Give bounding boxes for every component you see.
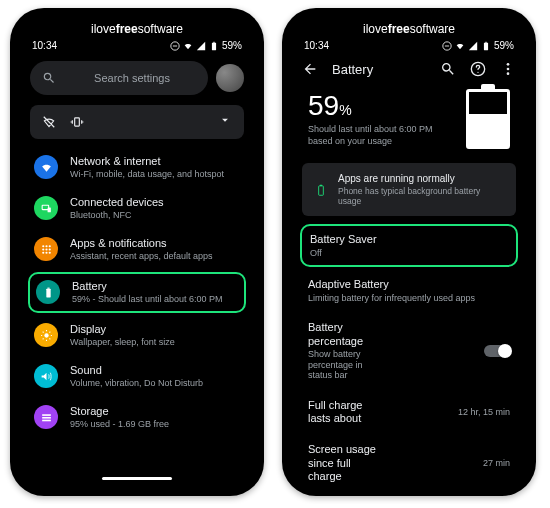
svg-point-7 <box>42 245 44 247</box>
page-title: Battery <box>332 62 373 77</box>
toggle-battery-percentage[interactable] <box>484 345 510 357</box>
more-icon[interactable] <box>500 61 516 77</box>
chevron-down-icon <box>218 113 232 127</box>
item-network[interactable]: Network & internet Wi-Fi, mobile, data u… <box>20 147 254 188</box>
battery-percent: 59% <box>308 90 454 122</box>
row-battery-percentage[interactable]: Battery percentage Show battery percenta… <box>292 312 526 390</box>
item-display[interactable]: Display Wallpaper, sleep, font size <box>20 315 254 356</box>
search-placeholder: Search settings <box>68 72 196 84</box>
sound-icon <box>40 370 53 383</box>
svg-rect-3 <box>213 41 215 42</box>
battery-icon <box>481 41 491 51</box>
help-icon[interactable] <box>470 61 486 77</box>
devices-icon <box>40 202 53 215</box>
settings-screen: ilovefreesoftware 10:34 59% Search setti… <box>20 18 254 486</box>
svg-rect-30 <box>319 186 324 195</box>
app-bar: Battery <box>292 55 526 81</box>
home-indicator[interactable] <box>102 477 172 480</box>
battery-graphic <box>466 89 510 149</box>
dnd-icon <box>170 41 180 51</box>
status-time: 10:34 <box>32 40 57 51</box>
wifi-icon <box>40 161 53 174</box>
battery-estimate: Should last until about 6:00 PM based on… <box>308 124 438 147</box>
search-icon <box>42 71 56 85</box>
item-battery[interactable]: Battery 59% - Should last until about 6:… <box>28 272 246 313</box>
row-battery-saver[interactable]: Battery Saver Off <box>300 224 518 267</box>
battery-icon <box>209 41 219 51</box>
status-time: 10:34 <box>304 40 329 51</box>
wifi-icon <box>455 41 465 51</box>
battery-hero: 59% Should last until about 6:00 PM base… <box>292 81 526 163</box>
search-input[interactable]: Search settings <box>30 61 208 95</box>
battery-icon <box>42 286 55 299</box>
status-battery: 59% <box>494 40 514 51</box>
svg-point-11 <box>45 248 47 250</box>
svg-rect-21 <box>42 420 51 422</box>
svg-point-27 <box>507 63 510 66</box>
svg-rect-19 <box>42 414 51 416</box>
svg-rect-25 <box>485 41 487 42</box>
row-screen-usage[interactable]: Screen usage since full charge 27 min <box>292 434 526 486</box>
svg-point-10 <box>42 248 44 250</box>
status-right: 59% <box>442 40 514 51</box>
vibrate-icon <box>70 115 84 129</box>
svg-rect-6 <box>47 207 50 212</box>
watermark: ilovefreesoftware <box>292 22 526 36</box>
svg-point-28 <box>507 68 510 71</box>
avatar[interactable] <box>216 64 244 92</box>
svg-point-12 <box>48 248 50 250</box>
settings-list: Network & internet Wi-Fi, mobile, data u… <box>20 145 254 473</box>
back-icon[interactable] <box>302 61 318 77</box>
battery-outline-icon <box>314 183 328 197</box>
status-right: 59% <box>170 40 242 51</box>
phone-right: ilovefreesoftware 10:34 59% Battery <box>282 8 536 496</box>
svg-point-18 <box>44 333 48 337</box>
watermark: ilovefreesoftware <box>20 22 254 36</box>
signal-icon <box>468 41 478 51</box>
item-connected[interactable]: Connected devices Bluetooth, NFC <box>20 188 254 229</box>
svg-point-9 <box>48 245 50 247</box>
item-sound[interactable]: Sound Volume, vibration, Do Not Disturb <box>20 356 254 397</box>
apps-normal-card[interactable]: Apps are running normally Phone has typi… <box>302 163 516 216</box>
row-full-charge[interactable]: Full charge lasts about 12 hr, 15 min <box>292 390 526 434</box>
status-battery: 59% <box>222 40 242 51</box>
svg-rect-20 <box>42 417 51 419</box>
storage-icon <box>40 411 53 424</box>
search-row: Search settings <box>30 61 244 95</box>
wifi-icon <box>183 41 193 51</box>
display-icon <box>40 329 53 342</box>
svg-rect-4 <box>75 118 80 126</box>
svg-rect-16 <box>46 289 50 298</box>
svg-point-15 <box>48 252 50 254</box>
battery-screen: ilovefreesoftware 10:34 59% Battery <box>292 18 526 486</box>
svg-rect-17 <box>47 288 49 289</box>
item-storage[interactable]: Storage 95% used - 1.69 GB free <box>20 397 254 438</box>
svg-point-14 <box>45 252 47 254</box>
search-icon[interactable] <box>440 61 456 77</box>
svg-rect-2 <box>212 42 216 50</box>
dnd-icon <box>442 41 452 51</box>
signal-icon <box>196 41 206 51</box>
row-adaptive-battery[interactable]: Adaptive Battery Limiting battery for in… <box>292 269 526 312</box>
svg-point-8 <box>45 245 47 247</box>
svg-rect-24 <box>484 42 488 50</box>
apps-icon <box>40 243 53 256</box>
quick-settings-row[interactable] <box>30 105 244 139</box>
item-apps[interactable]: Apps & notifications Assistant, recent a… <box>20 229 254 270</box>
svg-point-13 <box>42 252 44 254</box>
phone-left: ilovefreesoftware 10:34 59% Search setti… <box>10 8 264 496</box>
wifi-off-icon <box>42 115 56 129</box>
svg-point-29 <box>507 72 510 75</box>
svg-rect-31 <box>320 184 322 185</box>
